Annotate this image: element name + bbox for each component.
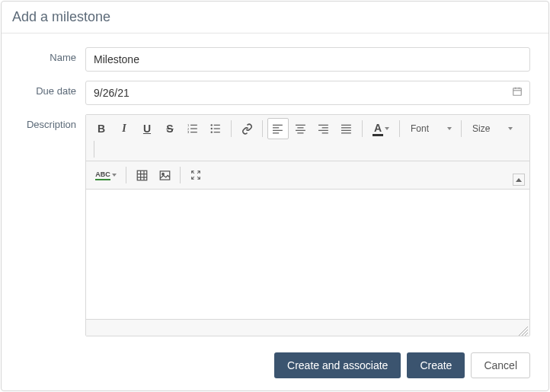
dialog-title: Add a milestone [2,2,548,33]
svg-rect-5 [190,125,197,126]
size-dropdown-label: Size [472,123,490,134]
svg-rect-24 [318,125,328,126]
dialog-body: Name Due date Description B I [2,33,548,343]
svg-point-10 [211,124,213,126]
underline-button[interactable]: U [136,118,158,139]
svg-point-14 [211,132,213,133]
svg-rect-32 [137,171,147,180]
svg-rect-30 [341,130,351,131]
font-dropdown-label: Font [411,123,429,134]
italic-button[interactable]: I [114,118,135,139]
toolbar-separator [262,120,263,137]
maximize-button[interactable] [185,164,206,186]
svg-rect-11 [214,125,220,126]
collapse-toolbar-button[interactable] [513,174,525,186]
bullet-list-button[interactable] [205,118,226,139]
svg-rect-31 [341,132,351,133]
size-dropdown[interactable]: Size [466,118,517,139]
svg-rect-20 [296,125,305,126]
svg-rect-21 [297,127,303,128]
name-label: Name [15,47,76,63]
due-date-label: Due date [15,81,76,97]
svg-rect-29 [341,127,351,128]
svg-rect-13 [214,128,220,129]
text-color-button[interactable]: A [367,118,395,139]
toolbar-separator [362,120,363,137]
due-date-input[interactable] [85,81,530,105]
spellcheck-button[interactable]: ABC [91,164,121,186]
image-button[interactable] [154,164,175,186]
numbered-list-button[interactable]: 123 [182,118,203,139]
svg-rect-15 [214,132,220,132]
toolbar-separator [399,120,400,137]
bold-button[interactable]: B [91,118,112,139]
svg-rect-16 [273,125,283,126]
font-dropdown[interactable]: Font [405,118,456,139]
svg-rect-18 [273,130,283,131]
svg-rect-26 [318,130,328,131]
chevron-down-icon [508,127,513,130]
svg-rect-28 [341,125,351,126]
toolbar-separator [94,141,94,158]
add-milestone-dialog: Add a milestone Name Due date Descriptio… [1,1,549,391]
table-button[interactable] [131,164,152,186]
editor-statusbar [86,319,529,336]
svg-rect-19 [273,132,279,133]
svg-point-12 [211,128,213,129]
description-label: Description [15,114,76,130]
svg-rect-9 [190,132,197,132]
create-and-associate-button[interactable]: Create and associate [274,352,401,378]
editor-toolbar-row-1: B I U S 123 [86,115,529,161]
align-left-button[interactable] [267,118,289,139]
name-input[interactable] [85,47,530,72]
resize-handle[interactable] [519,325,528,334]
cancel-button[interactable]: Cancel [471,352,530,378]
link-button[interactable] [236,118,257,139]
svg-point-38 [161,173,164,175]
align-center-button[interactable] [290,118,312,139]
chevron-up-icon [516,178,522,182]
toolbar-separator [231,120,232,137]
svg-rect-27 [322,132,328,133]
svg-rect-23 [297,132,303,133]
svg-text:3: 3 [187,130,190,134]
editor-toolbar-row-2: ABC [86,161,529,190]
justify-button[interactable] [336,118,357,139]
rich-text-editor: B I U S 123 [85,114,530,336]
toolbar-separator [180,167,181,183]
strikethrough-button[interactable]: S [159,118,181,139]
align-right-button[interactable] [313,118,334,139]
svg-rect-17 [273,127,279,128]
chevron-down-icon [447,127,452,130]
toolbar-separator [461,120,462,137]
toolbar-separator [126,167,126,183]
description-row: Description B I U S 123 [15,114,530,337]
svg-rect-22 [296,130,305,131]
editor-content-area[interactable] [86,190,529,319]
due-date-row: Due date [15,81,530,105]
name-row: Name [15,47,530,72]
svg-rect-25 [322,127,328,128]
create-button[interactable]: Create [407,352,465,378]
dialog-footer: Create and associate Create Cancel [2,343,548,390]
svg-rect-7 [190,128,197,129]
